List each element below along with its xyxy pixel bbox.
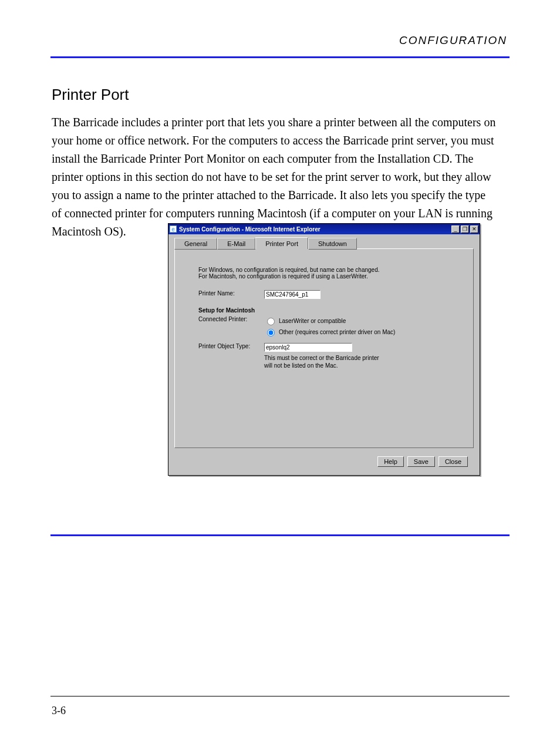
info-line-1: For Windows, no configuration is require… [198,267,450,273]
tab-general[interactable]: General [174,238,217,250]
body-text: The Barricade includes a printer port th… [52,113,498,241]
object-type-hint: This must be correct or the Barricade pr… [264,354,387,369]
header-rule [50,56,510,58]
info-line-2: For Macintosh, no configuration is requi… [198,273,450,280]
tabstrip: General E-Mail Printer Port Shutdown [171,237,477,248]
mac-setup-heading: Setup for Macintosh [198,307,450,314]
close-button[interactable]: Close [438,456,468,467]
page-header-right: CONFIGURATION [399,34,507,47]
printer-object-type-label: Printer Object Type: [198,343,264,349]
printer-name-label: Printer Name: [198,290,264,297]
tab-email[interactable]: E-Mail [217,238,255,250]
radio-other-label: Other (requires correct printer driver o… [279,329,395,335]
window-title: System Configuration - Microsoft Interne… [179,226,321,233]
system-configuration-window: e System Configuration - Microsoft Inter… [168,223,480,476]
footer-rule [50,696,510,696]
titlebar: e System Configuration - Microsoft Inter… [168,224,480,234]
radio-laserwriter[interactable] [267,318,275,325]
mid-rule [50,534,510,536]
maximize-button[interactable]: ❐ [461,226,469,233]
tab-panel: For Windows, no configuration is require… [174,248,474,448]
help-button[interactable]: Help [377,456,404,467]
minimize-button[interactable]: _ [451,226,460,233]
section-title: Printer Port [52,86,129,104]
radio-laserwriter-label: LaserWriter or compatible [279,318,346,324]
tab-printer-port[interactable]: Printer Port [255,237,308,249]
close-window-button[interactable]: ✕ [470,226,478,233]
save-button[interactable]: Save [407,456,435,467]
tab-shutdown[interactable]: Shutdown [308,238,357,250]
printer-name-input[interactable] [264,290,321,299]
printer-object-type-input[interactable] [264,343,352,352]
radio-other[interactable] [267,329,275,337]
ie-icon: e [170,226,177,233]
page-number: 3-6 [52,705,66,717]
connected-printer-label: Connected Printer: [198,316,264,322]
